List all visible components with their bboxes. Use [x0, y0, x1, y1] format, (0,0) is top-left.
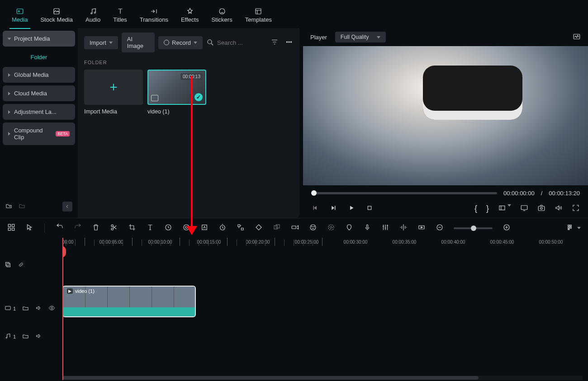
collapse-sidebar-button[interactable] — [62, 202, 72, 212]
playhead[interactable] — [62, 238, 63, 380]
timeline-clip[interactable]: video (1) — [62, 286, 196, 317]
media-clip-tile[interactable]: 00:00:13 ✓ video (1) — [147, 70, 206, 115]
cursor-tool-icon[interactable] — [25, 223, 33, 233]
ai-image-button[interactable]: AI Image — [122, 33, 155, 52]
sidebar-folder[interactable]: Folder — [3, 49, 75, 67]
project-sidebar: Project Media Folder Global Media Cloud … — [0, 28, 78, 218]
tab-media[interactable]: Media — [5, 2, 34, 28]
tab-effects[interactable]: Effects — [175, 2, 205, 28]
arrange-icon[interactable] — [7, 223, 15, 233]
link-bin-icon[interactable] — [19, 202, 25, 211]
ruler-tick: 00:00:30:00 — [344, 240, 368, 245]
tab-transitions[interactable]: Transitions — [133, 2, 175, 28]
tab-stickers[interactable]: Stickers — [205, 2, 238, 28]
svg-rect-44 — [568, 229, 569, 230]
preview-viewport[interactable] — [303, 46, 588, 185]
fullscreen-button[interactable] — [572, 204, 580, 213]
more-icon[interactable] — [285, 38, 293, 47]
sidebar-project-media[interactable]: Project Media — [3, 31, 75, 47]
speed-button[interactable] — [164, 223, 172, 233]
search-input[interactable] — [217, 39, 267, 46]
chevron-down-icon — [109, 42, 113, 44]
tag-button[interactable] — [255, 223, 263, 233]
aspect-ratio-button[interactable] — [498, 204, 511, 213]
video-track-header[interactable]: 1 — [0, 297, 62, 320]
duration-button[interactable] — [218, 223, 227, 233]
stop-button[interactable] — [365, 204, 374, 213]
audio-track-header[interactable]: 1 — [0, 325, 62, 348]
render-button[interactable] — [417, 223, 426, 233]
marker-button[interactable] — [345, 223, 353, 233]
keyframe-tool-button[interactable] — [237, 223, 245, 233]
audio-track-index: 1 — [13, 334, 16, 339]
filter-icon[interactable] — [270, 38, 279, 47]
zoom-slider[interactable] — [454, 227, 493, 229]
text-tool-button[interactable] — [146, 223, 154, 233]
zoom-in-button[interactable] — [503, 223, 511, 233]
sidebar-global-media[interactable]: Global Media — [3, 67, 75, 83]
crop-button[interactable] — [128, 223, 136, 233]
ruler-tick: 00:00:45:00 — [490, 240, 514, 245]
mask-button[interactable] — [273, 223, 281, 233]
tab-titles[interactable]: Titles — [107, 2, 133, 28]
chroma-button[interactable] — [200, 223, 209, 233]
svg-rect-43 — [568, 227, 569, 228]
svg-rect-22 — [12, 228, 14, 230]
voiceover-button[interactable] — [363, 223, 371, 233]
split-button[interactable] — [110, 223, 118, 233]
import-media-tile[interactable]: + Import Media — [84, 70, 143, 115]
redo-button[interactable] — [74, 223, 82, 233]
caret-right-icon — [8, 132, 10, 136]
zoom-out-button[interactable] — [436, 223, 444, 233]
play-button[interactable] — [347, 204, 356, 213]
play-forward-button[interactable] — [329, 204, 337, 213]
media-toolbar: Import AI Image Record — [84, 33, 293, 52]
scrub-bar[interactable] — [311, 192, 497, 194]
volume-button[interactable] — [555, 204, 563, 213]
tab-stock-media[interactable]: Stock Media — [34, 2, 79, 28]
quality-dropdown[interactable]: Full Quality — [335, 32, 386, 42]
search-field[interactable] — [206, 38, 267, 47]
mark-out-button[interactable]: } — [486, 204, 489, 213]
timeline-tracks[interactable]: 00:00 00:00:05:00 00:00:10:00 00:00:15:0… — [62, 238, 588, 380]
video-type-icon — [151, 95, 158, 101]
video-track-lane[interactable]: video (1) — [62, 286, 588, 319]
timeline-ruler[interactable]: 00:00 00:00:05:00 00:00:10:00 00:00:15:0… — [62, 238, 588, 256]
detach-audio-button[interactable] — [291, 223, 299, 233]
layers-icon[interactable] — [5, 261, 11, 269]
new-bin-icon[interactable] — [5, 202, 12, 211]
audio-track-icon — [5, 333, 11, 341]
display-button[interactable] — [520, 204, 528, 213]
lock-audio-icon[interactable] — [22, 333, 29, 341]
track-view-button[interactable] — [566, 223, 574, 233]
mute-track-icon[interactable] — [35, 305, 42, 313]
timecode-total: 00:00:13:20 — [549, 190, 580, 197]
tab-templates[interactable]: Templates — [239, 2, 278, 28]
mark-in-button[interactable]: { — [474, 204, 477, 213]
svg-point-35 — [314, 226, 315, 227]
record-button[interactable]: Record — [158, 36, 203, 49]
prev-frame-button[interactable] — [311, 204, 319, 213]
horizontal-scrollbar[interactable] — [62, 376, 583, 380]
stickers-icon — [218, 6, 226, 16]
visibility-track-icon[interactable] — [48, 305, 55, 313]
link-icon[interactable] — [18, 261, 24, 269]
sidebar-compound-clip[interactable]: Compound Clip BETA — [3, 122, 75, 145]
motion-button[interactable] — [327, 223, 335, 233]
undo-button[interactable] — [56, 223, 64, 233]
delete-button[interactable] — [92, 223, 100, 233]
svg-rect-11 — [574, 34, 580, 39]
lock-track-icon[interactable] — [22, 305, 29, 313]
ai-tools-button[interactable] — [309, 223, 317, 233]
audio-mixer-button[interactable] — [381, 223, 389, 233]
sidebar-adjustment-layer[interactable]: Adjustment La... — [3, 104, 75, 120]
sidebar-cloud-media[interactable]: Cloud Media — [3, 85, 75, 101]
tab-audio[interactable]: Audio — [79, 2, 107, 28]
svg-rect-6 — [256, 9, 261, 14]
auto-beat-button[interactable] — [399, 223, 408, 233]
svg-point-1 — [18, 10, 19, 12]
mute-audio-icon[interactable] — [35, 333, 42, 341]
snapshot-button[interactable] — [537, 204, 545, 213]
import-button[interactable]: Import — [84, 36, 118, 49]
scopes-icon[interactable] — [573, 33, 581, 42]
